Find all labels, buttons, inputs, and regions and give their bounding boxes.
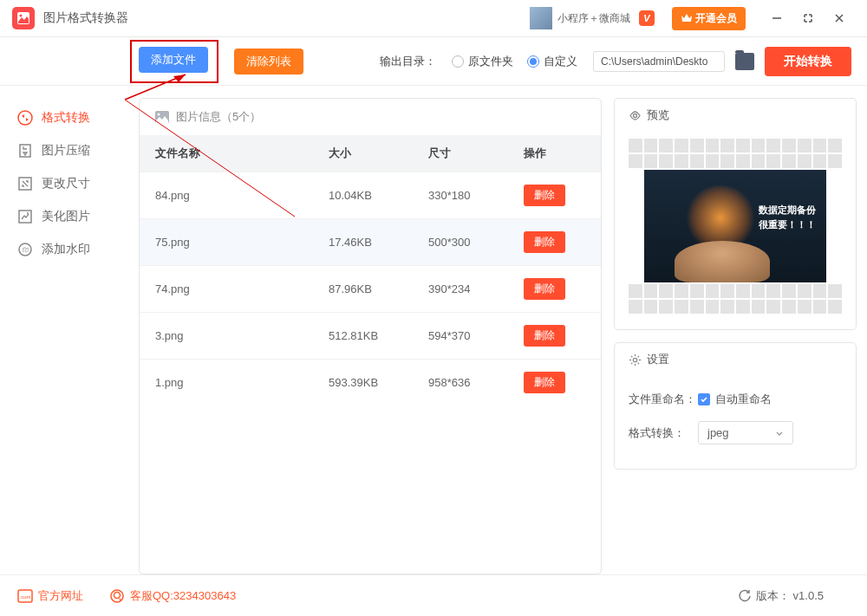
settings-panel: 设置 文件重命名： 自动重命名 格式转换： jpeg (614, 342, 857, 470)
radio-original-folder[interactable]: 原文件夹 (452, 54, 513, 69)
footer: .com 官方网址 客服QQ:3234303643 版本： v1.0.5 (0, 574, 867, 616)
cell-dimension: 958*636 (428, 376, 524, 389)
svg-point-9 (27, 212, 29, 214)
svg-point-19 (114, 592, 121, 598)
sidebar-item-format-convert[interactable]: 格式转换 (0, 101, 128, 134)
svg-text:印: 印 (23, 247, 29, 253)
preview-panel: 预览 数据定期备份 很重要！！！ (614, 98, 857, 330)
titlebar: 图片格式转换器 小程序＋微商城 V 开通会员 (0, 0, 867, 37)
add-button-highlight: 添加文件 (130, 40, 218, 83)
preview-image: 数据定期备份 很重要！！！ (644, 170, 826, 282)
clear-list-button[interactable]: 清除列表 (234, 49, 303, 75)
promo-text[interactable]: 小程序＋微商城 (557, 11, 630, 26)
cell-size: 87.96KB (329, 282, 428, 295)
format-select[interactable]: jpeg (698, 421, 793, 444)
preview-title: 预览 (647, 107, 669, 123)
cell-filename: 75.png (155, 236, 329, 249)
output-radio-group: 原文件夹 自定义 (445, 54, 584, 69)
support-qq-link[interactable]: 客服QQ:3234303643 (109, 588, 236, 604)
sidebar-item-resize[interactable]: 更改尺寸 (0, 167, 128, 200)
cell-size: 593.39KB (329, 376, 428, 389)
folder-icon[interactable] (735, 53, 754, 70)
delete-button[interactable]: 删除 (524, 278, 565, 300)
auto-rename-text: 自动重命名 (715, 392, 772, 407)
chevron-down-icon (775, 429, 784, 438)
cell-dimension: 594*370 (428, 329, 524, 342)
svg-point-13 (158, 113, 160, 116)
svg-point-14 (634, 113, 637, 117)
cell-filename: 1.png (155, 376, 329, 389)
table-row[interactable]: 75.png17.46KB500*300删除 (140, 218, 601, 265)
version-info[interactable]: 版本： v1.0.5 (738, 588, 824, 604)
cell-filename: 74.png (155, 282, 329, 295)
cell-size: 512.81KB (329, 329, 428, 342)
vip-button[interactable]: 开通会员 (672, 7, 746, 30)
sidebar-item-compress[interactable]: 图片压缩 (0, 134, 128, 167)
output-dir-label: 输出目录： (380, 54, 436, 69)
radio-custom-folder[interactable]: 自定义 (527, 54, 577, 69)
start-convert-button[interactable]: 开始转换 (765, 47, 851, 76)
col-header-dim: 尺寸 (428, 146, 524, 161)
col-header-size: 大小 (329, 146, 428, 161)
official-site-link[interactable]: .com 官方网址 (17, 588, 83, 604)
table-row[interactable]: 74.png87.96KB390*234删除 (140, 265, 601, 312)
output-path-input[interactable]: C:\Users\admin\Deskto (593, 51, 725, 72)
cell-size: 17.46KB (329, 236, 428, 249)
delete-button[interactable]: 删除 (524, 185, 565, 206)
cell-dimension: 390*234 (428, 282, 524, 295)
minimize-button[interactable] (766, 8, 787, 29)
app-logo (12, 7, 35, 29)
format-label: 格式转换： (629, 425, 698, 441)
app-title: 图片格式转换器 (43, 10, 128, 26)
file-list-panel: 图片信息（5个） 文件名称 大小 尺寸 操作 84.png10.04KB330*… (139, 98, 602, 574)
settings-title: 设置 (647, 352, 669, 367)
svg-text:.com: .com (19, 594, 30, 600)
promo-thumbnail[interactable] (530, 7, 552, 29)
table-row[interactable]: 84.png10.04KB330*180删除 (140, 172, 601, 218)
cell-dimension: 330*180 (428, 189, 524, 202)
svg-point-1 (20, 15, 23, 17)
sidebar: 格式转换 图片压缩 更改尺寸 美化图片 印 添加水印 (0, 86, 128, 574)
add-file-button[interactable]: 添加文件 (139, 47, 208, 73)
close-button[interactable] (829, 8, 850, 29)
cell-filename: 3.png (155, 329, 329, 342)
svg-point-15 (633, 358, 636, 361)
col-header-op: 操作 (524, 146, 585, 161)
promo-badge-icon[interactable]: V (639, 10, 655, 26)
col-header-name: 文件名称 (155, 146, 329, 161)
cell-filename: 84.png (155, 189, 329, 202)
file-list-header: 图片信息（5个） (140, 99, 601, 135)
file-list-columns: 文件名称 大小 尺寸 操作 (140, 135, 601, 172)
auto-rename-checkbox[interactable] (698, 393, 710, 405)
delete-button[interactable]: 删除 (524, 231, 565, 253)
delete-button[interactable]: 删除 (524, 325, 565, 347)
delete-button[interactable]: 删除 (524, 372, 565, 393)
svg-point-5 (18, 111, 32, 125)
vip-label: 开通会员 (695, 11, 737, 26)
table-row[interactable]: 1.png593.39KB958*636删除 (140, 359, 601, 405)
table-row[interactable]: 3.png512.81KB594*370删除 (140, 312, 601, 359)
toolbar: 添加文件 清除列表 输出目录： 原文件夹 自定义 C:\Users\admin\… (0, 37, 867, 86)
sidebar-item-beautify[interactable]: 美化图片 (0, 200, 128, 233)
rename-label: 文件重命名： (629, 392, 698, 407)
sidebar-item-watermark[interactable]: 印 添加水印 (0, 233, 128, 266)
maximize-button[interactable] (798, 8, 818, 29)
cell-dimension: 500*300 (428, 236, 524, 249)
cell-size: 10.04KB (329, 189, 428, 202)
